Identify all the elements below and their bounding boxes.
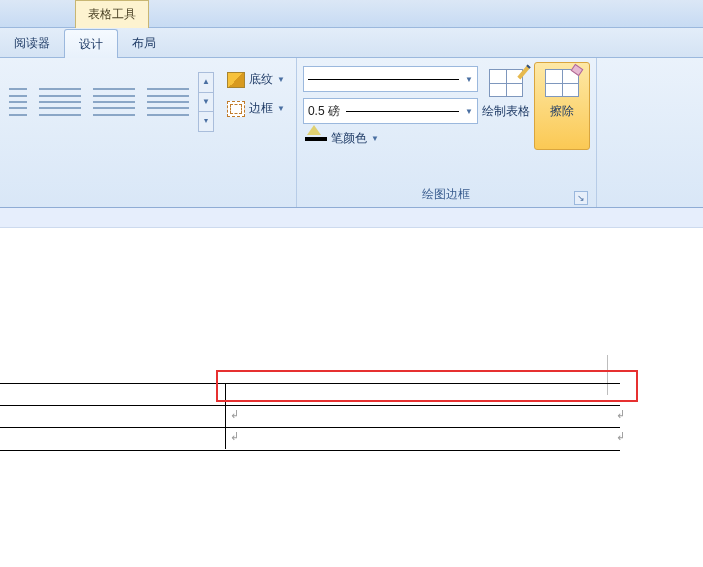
erase-button[interactable]: 擦除 bbox=[534, 62, 590, 150]
ruler bbox=[0, 208, 703, 228]
table-style-thumb[interactable] bbox=[36, 80, 84, 124]
contextual-tab-label: 表格工具 bbox=[88, 7, 136, 21]
chevron-down-icon: ▼ bbox=[465, 107, 473, 116]
pen-weight-combo[interactable]: 0.5 磅 ▼ bbox=[303, 98, 478, 124]
document-canvas[interactable]: ↲ ↲ ↲ ↲ bbox=[0, 228, 703, 567]
paragraph-mark-icon: ↲ bbox=[230, 408, 239, 421]
document-table[interactable] bbox=[0, 383, 620, 451]
eraser-icon bbox=[545, 69, 579, 97]
gallery-scroll: ▲ ▼ ▾ bbox=[198, 72, 214, 132]
title-bar: 表格工具 bbox=[0, 0, 703, 28]
chevron-down-icon: ▼ bbox=[371, 134, 379, 143]
tab-reader[interactable]: 阅读器 bbox=[0, 29, 64, 57]
gallery-scroll-up-icon[interactable]: ▲ bbox=[199, 73, 213, 93]
shading-button[interactable]: 底纹 ▼ bbox=[222, 68, 290, 91]
pen-style-combo[interactable]: ▼ bbox=[303, 66, 478, 92]
draw-table-button[interactable]: 绘制表格 bbox=[478, 62, 534, 150]
border-grid-icon bbox=[227, 101, 245, 117]
group-draw-borders: ▼ 0.5 磅 ▼ 笔颜色 ▼ 绘制表格 bbox=[297, 58, 597, 207]
paragraph-mark-icon: ↲ bbox=[616, 430, 625, 443]
table-style-thumb[interactable] bbox=[6, 80, 30, 124]
chevron-down-icon: ▼ bbox=[277, 104, 285, 113]
borders-label: 边框 bbox=[249, 100, 273, 117]
erase-label: 擦除 bbox=[550, 103, 574, 120]
ribbon-tabbar: 阅读器 设计 布局 bbox=[0, 28, 703, 58]
pen-color-button[interactable]: 笔颜色 ▼ bbox=[303, 130, 478, 147]
chevron-down-icon: ▼ bbox=[465, 75, 473, 84]
tab-reader-label: 阅读器 bbox=[14, 36, 50, 50]
table-style-gallery[interactable]: ▲ ▼ ▾ bbox=[6, 62, 214, 142]
contextual-tab-table-tools: 表格工具 bbox=[75, 0, 149, 28]
draw-table-label: 绘制表格 bbox=[482, 103, 530, 120]
line-style-preview-icon bbox=[308, 79, 459, 80]
table-row[interactable] bbox=[0, 428, 620, 450]
pen-weight-value: 0.5 磅 bbox=[308, 103, 340, 120]
gallery-more-icon[interactable]: ▾ bbox=[199, 112, 213, 131]
table-cell-divider bbox=[225, 383, 226, 449]
dialog-launcher-icon[interactable]: ↘ bbox=[574, 191, 588, 205]
ribbon: ▲ ▼ ▾ 底纹 ▼ 边框 ▼ bbox=[0, 58, 703, 208]
tab-layout-label: 布局 bbox=[132, 36, 156, 50]
tab-layout[interactable]: 布局 bbox=[118, 29, 170, 57]
tab-design[interactable]: 设计 bbox=[64, 29, 118, 58]
group-table-styles-label bbox=[6, 186, 290, 207]
pen-color-label: 笔颜色 bbox=[331, 130, 367, 147]
draw-table-icon bbox=[489, 69, 523, 97]
shading-label: 底纹 bbox=[249, 71, 273, 88]
group-draw-borders-label: 绘图边框 bbox=[422, 187, 470, 201]
table-style-thumb[interactable] bbox=[144, 80, 192, 124]
table-row[interactable] bbox=[0, 406, 620, 428]
borders-button[interactable]: 边框 ▼ bbox=[222, 97, 290, 120]
table-style-thumb[interactable] bbox=[90, 80, 138, 124]
group-table-styles: ▲ ▼ ▾ 底纹 ▼ 边框 ▼ bbox=[0, 58, 297, 207]
table-row[interactable] bbox=[0, 384, 620, 406]
line-weight-preview-icon bbox=[346, 111, 459, 112]
paint-bucket-icon bbox=[227, 72, 245, 88]
paragraph-mark-icon: ↲ bbox=[616, 408, 625, 421]
paragraph-mark-icon: ↲ bbox=[230, 430, 239, 443]
pen-color-swatch-icon bbox=[305, 137, 327, 141]
tab-design-label: 设计 bbox=[79, 37, 103, 51]
chevron-down-icon: ▼ bbox=[277, 75, 285, 84]
gallery-scroll-down-icon[interactable]: ▼ bbox=[199, 93, 213, 113]
